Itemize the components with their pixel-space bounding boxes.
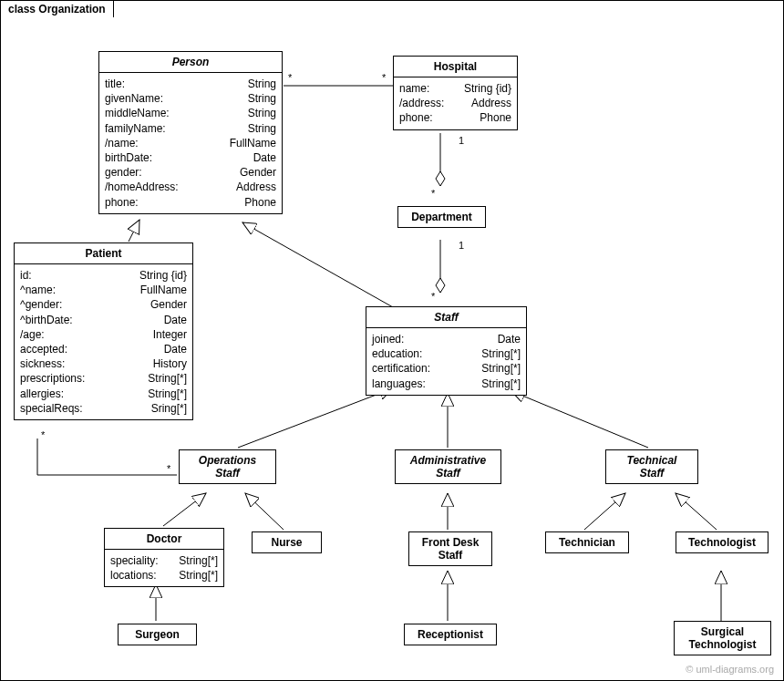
attr-row: certification:String[*]: [372, 361, 521, 376]
attr-type: Address: [236, 180, 276, 194]
svg-line-7: [511, 391, 648, 448]
attr-row: education:String[*]: [372, 346, 521, 361]
attr-row: id:String {id}: [20, 268, 187, 283]
class-attrs: id:String {id}^name:FullName^gender:Gend…: [15, 264, 192, 419]
attr-row: locations:String[*]: [110, 568, 218, 583]
class-title: Patient: [15, 243, 192, 264]
mult-hospital-star: *: [382, 72, 386, 83]
attr-name: birthDate:: [105, 150, 152, 165]
attr-row: prescriptions:String[*]: [20, 371, 187, 386]
svg-line-12: [676, 493, 717, 530]
class-nurse: Nurse: [252, 531, 322, 553]
svg-line-11: [584, 493, 625, 530]
attr-name: /age:: [20, 327, 45, 342]
attr-name: speciality:: [110, 553, 159, 568]
attr-type: String {id}: [139, 268, 187, 283]
class-admin-staff: Administrative Staff: [395, 449, 501, 484]
attr-type: String[*]: [179, 553, 218, 568]
attr-name: certification:: [372, 361, 430, 376]
attr-type: Date: [498, 332, 521, 346]
attr-name: givenName:: [105, 91, 163, 106]
attr-type: Phone: [480, 110, 511, 125]
attr-name: /name:: [105, 136, 139, 150]
mult-ops-star: *: [167, 463, 170, 474]
attr-type: String[*]: [481, 377, 521, 391]
attr-row: /name:FullName: [105, 136, 276, 150]
attr-row: gender:Gender: [105, 165, 276, 180]
class-diagram-frame: class Organization Person titl: [0, 0, 784, 681]
attr-type: String[*]: [481, 346, 521, 361]
attr-row: /address:Address: [399, 96, 511, 110]
watermark: © uml-diagrams.org: [686, 664, 774, 675]
attr-type: String: [248, 77, 276, 91]
class-title: Receptionist: [405, 624, 496, 645]
attr-row: joined:Date: [372, 332, 521, 346]
mult-staff-star: *: [431, 291, 435, 302]
class-staff: Staff joined:Dateeducation:String[*]cert…: [366, 306, 527, 396]
attr-name: phone:: [105, 195, 139, 210]
attr-row: allergies:String[*]: [20, 387, 187, 401]
attr-name: education:: [372, 346, 422, 361]
class-title: Technician: [546, 532, 628, 552]
attr-row: givenName:String: [105, 91, 276, 106]
attr-type: Date: [253, 150, 276, 165]
class-title: Surgical Technologist: [675, 622, 770, 655]
frame-title: class Organization: [0, 0, 114, 17]
class-frontdesk: Front Desk Staff: [408, 531, 492, 566]
attr-type: FullName: [230, 136, 276, 150]
attr-type: Date: [164, 313, 187, 327]
svg-line-8: [163, 493, 206, 526]
attr-name: middleName:: [105, 106, 170, 120]
attr-row: /age:Integer: [20, 327, 187, 342]
attr-name: title:: [105, 77, 125, 91]
attr-type: String[*]: [148, 387, 187, 401]
mult-hospital-one: 1: [459, 135, 464, 146]
attr-row: /homeAddress:Address: [105, 180, 276, 194]
attr-name: /address:: [399, 96, 444, 110]
attr-row: birthDate:Date: [105, 150, 276, 165]
class-title: Technologist: [676, 532, 768, 552]
attr-row: middleName:String: [105, 106, 276, 120]
class-title: Nurse: [253, 532, 321, 552]
class-title: Doctor: [105, 529, 223, 550]
class-person: Person title:StringgivenName:Stringmiddl…: [98, 51, 283, 214]
class-surgical-technologist: Surgical Technologist: [674, 621, 771, 655]
attr-name: id:: [20, 268, 32, 283]
attr-type: String: [248, 106, 276, 120]
class-title: Staff: [366, 307, 526, 328]
class-operations-staff: Operations Staff: [179, 449, 276, 484]
class-title: Person: [99, 52, 282, 73]
attr-name: allergies:: [20, 387, 64, 401]
attr-row: ^name:FullName: [20, 283, 187, 297]
attr-row: ^birthDate:Date: [20, 313, 187, 327]
attr-type: Integer: [153, 327, 187, 342]
attr-type: Gender: [240, 165, 276, 180]
attr-type: FullName: [140, 283, 187, 297]
class-title: Operations Staff: [180, 450, 275, 483]
attr-type: String {id}: [464, 81, 511, 96]
attr-name: ^name:: [20, 283, 56, 297]
class-doctor: Doctor speciality:String[*]locations:Str…: [104, 528, 224, 587]
attr-row: ^gender:Gender: [20, 297, 187, 312]
attr-row: phone:Phone: [105, 195, 276, 210]
mult-patient-star: *: [41, 429, 45, 440]
class-attrs: name:String {id}/address:Addressphone:Ph…: [394, 77, 517, 129]
attr-name: specialReqs:: [20, 401, 83, 416]
attr-row: sickness:History: [20, 356, 187, 371]
class-title: Surgeon: [119, 624, 196, 645]
attr-type: Date: [164, 342, 187, 356]
attr-name: languages:: [372, 377, 426, 391]
attr-type: String: [248, 121, 276, 136]
svg-line-0: [129, 220, 139, 242]
attr-name: phone:: [399, 110, 433, 125]
svg-line-9: [245, 493, 284, 530]
attr-row: speciality:String[*]: [110, 553, 218, 568]
mult-department-star: *: [431, 188, 435, 199]
attr-row: name:String {id}: [399, 81, 511, 96]
attr-name: prescriptions:: [20, 371, 85, 386]
attr-type: Gender: [150, 297, 187, 312]
class-patient: Patient id:String {id}^name:FullName^gen…: [14, 242, 193, 420]
class-title: Technical Staff: [606, 450, 697, 483]
attr-row: familyName:String: [105, 121, 276, 136]
attr-name: familyName:: [105, 121, 166, 136]
